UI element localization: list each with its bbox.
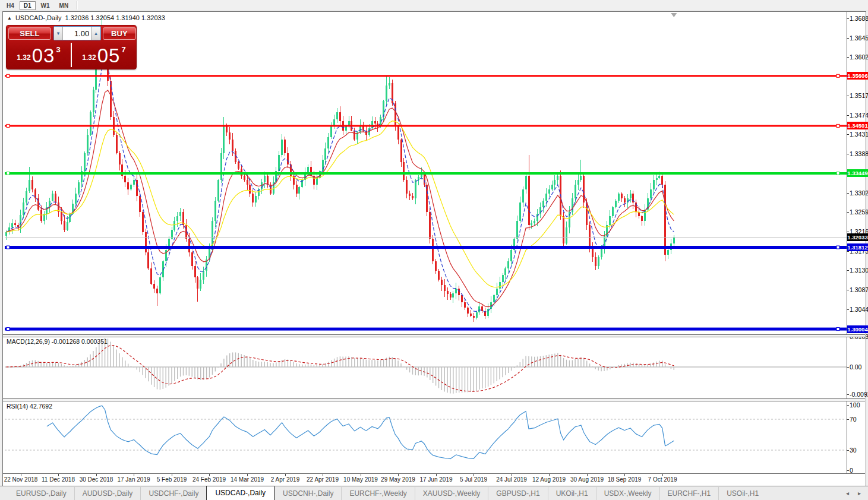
rsi-axis-label: 100 <box>850 401 860 409</box>
sell-button[interactable]: SELL <box>8 27 51 40</box>
chart-tab-usdcad-daily[interactable]: USDCAD-,Daily <box>206 486 274 500</box>
chart-tab-audusd-daily[interactable]: AUDUSD-,Daily <box>74 487 141 500</box>
chart-shift-marker-icon <box>671 13 677 17</box>
price-axis-tick <box>847 309 849 310</box>
date-axis-label: 22 Nov 2018 <box>4 476 38 483</box>
price-axis-label: 1.36450 <box>850 34 868 42</box>
price-axis-label: 1.36880 <box>850 15 868 22</box>
date-axis-label: 30 Dec 2018 <box>80 476 113 483</box>
timeframe-buttons: H4D1W1MN <box>0 0 73 11</box>
hline-price-badge: 1.33449 <box>847 169 868 177</box>
chart-ohlc-values: 1.32036 1.32054 1.31940 1.32033 <box>65 14 165 21</box>
chart-tab-bar: EURUSD-,DailyAUDUSD-,DailyUSDCHF-,DailyU… <box>0 486 868 500</box>
price-axis-label: 1.31300 <box>850 267 868 274</box>
date-axis-label: 11 Dec 2018 <box>42 476 75 483</box>
chart-info-line: ▲ USDCAD-,Daily 1.32036 1.32054 1.31940 … <box>7 14 165 21</box>
price-axis-border <box>847 12 847 473</box>
chart-tab-eurchf-h1[interactable]: EURCHF-,H1 <box>659 487 719 500</box>
date-axis-label: 12 Aug 2019 <box>532 476 566 483</box>
macd-axis-tick <box>847 367 849 368</box>
collapse-panel-icon[interactable]: ▲ <box>7 15 12 21</box>
sell-price-big-digits: 03 <box>32 48 55 64</box>
chart-symbol-label: USDCAD-,Daily <box>15 14 62 21</box>
price-axis-tick <box>847 193 849 194</box>
macd-indicator-label: MACD(12,26,9) -0.001268 0.000351 <box>7 338 108 345</box>
volume-increase-button[interactable]: ▴ <box>91 27 100 40</box>
buy-price-big-digits: 05 <box>97 48 121 64</box>
sell-price-pip-digit: 3 <box>56 45 60 54</box>
price-axis-label: 1.30870 <box>850 286 868 293</box>
rsi-axis-label: 30 <box>850 447 857 454</box>
rsi-axis-tick <box>847 470 849 471</box>
hline-price-badge: 1.30004 <box>847 325 868 333</box>
chart-tab-xauusd-weekly[interactable]: XAUUSD-,Weekly <box>415 487 488 500</box>
timeframe-button-mn[interactable]: MN <box>55 1 73 10</box>
date-axis-label: 5 Jul 2019 <box>460 476 487 483</box>
chart-tab-gbpusd-h1[interactable]: GBPUSD-,H1 <box>488 487 547 500</box>
buy-price-prefix: 1.32 <box>82 53 96 62</box>
tabs-scroll-right-icon[interactable]: ▸ <box>858 490 861 496</box>
price-axis-tick <box>847 212 849 213</box>
pane-splitter[interactable] <box>3 334 865 337</box>
date-axis-label: 18 Sep 2019 <box>608 476 642 483</box>
rsi-axis-tick <box>847 450 849 451</box>
chart-tab-ukoil-h1[interactable]: UKOil-,H1 <box>548 487 596 500</box>
chart-tab-usdcnh-daily[interactable]: USDCNH-,Daily <box>274 487 341 500</box>
rsi-axis-tick <box>847 405 849 406</box>
sell-price-prefix: 1.32 <box>17 53 30 62</box>
date-axis-label: 24 Jul 2019 <box>496 476 527 483</box>
date-axis-label: 17 Jun 2019 <box>419 476 452 483</box>
chart-tab-usdx-weekly[interactable]: USDX-,Weekly <box>596 487 659 500</box>
chart-tab-eurchf-weekly[interactable]: EURCHF-,Weekly <box>341 487 414 500</box>
toolbar-separator <box>77 1 77 10</box>
chart-tab-usdchf-daily[interactable]: USDCHF-,Daily <box>140 487 206 500</box>
price-axis-tick <box>847 134 849 135</box>
rsi-indicator-label: RSI(14) 42.7692 <box>7 403 52 410</box>
price-axis-tick <box>847 232 849 232</box>
price-axis-label: 1.33020 <box>850 189 868 197</box>
price-axis-label: 1.33880 <box>850 150 868 157</box>
price-axis-tick <box>847 57 849 58</box>
chart-tab-eurusd-daily[interactable]: EURUSD-,Daily <box>8 487 74 500</box>
sell-price-display[interactable]: 1.32033 <box>7 41 71 68</box>
pane-border <box>3 473 865 474</box>
date-axis-label: 10 May 2019 <box>343 476 378 483</box>
tabs-scroll-left-icon[interactable]: ◂ <box>846 490 849 496</box>
macd-axis-label: -0.009203 <box>850 391 868 398</box>
buy-button[interactable]: BUY <box>103 27 136 40</box>
rsi-axis-tick <box>847 419 849 420</box>
price-axis-label: 1.34310 <box>850 131 868 138</box>
timeframe-button-h4[interactable]: H4 <box>2 1 18 10</box>
price-axis-tick <box>847 270 849 271</box>
chart-tabs: EURUSD-,DailyAUDUSD-,DailyUSDCHF-,DailyU… <box>0 486 766 500</box>
timeframe-button-w1[interactable]: W1 <box>37 1 54 10</box>
hline-price-badge: 1.31812 <box>847 243 868 251</box>
price-axis-tick <box>847 18 849 19</box>
volume-decrease-button[interactable]: ▾ <box>54 27 63 40</box>
hline-price-badge: 1.35606 <box>847 72 868 80</box>
price-axis-tick <box>847 251 849 252</box>
rsi-pane-canvas[interactable] <box>3 401 847 473</box>
pane-splitter[interactable] <box>3 398 865 401</box>
volume-input[interactable] <box>63 27 91 40</box>
date-axis-label: 2 Apr 2019 <box>271 476 299 483</box>
price-axis-tick <box>847 115 849 116</box>
chart-tab-usoil-h1[interactable]: USOil-,H1 <box>718 487 766 500</box>
date-axis: 22 Nov 201811 Dec 201830 Dec 201817 Jan … <box>3 474 865 485</box>
rsi-axis-label: 70 <box>850 416 857 423</box>
buy-price-pip-digit: 7 <box>121 45 125 54</box>
date-axis-label: 29 May 2019 <box>381 476 415 483</box>
macd-pane-canvas[interactable] <box>3 336 847 398</box>
volume-stepper: ▾ ▴ <box>53 26 101 40</box>
date-axis-label: 17 Jan 2019 <box>117 476 150 483</box>
macd-axis-tick <box>847 394 849 395</box>
date-axis-label: 7 Oct 2019 <box>648 476 677 483</box>
buy-price-display[interactable]: 1.32057 <box>72 41 136 68</box>
macd-axis-label: 0.00 <box>850 363 861 371</box>
one-click-trading-panel: SELL ▾ ▴ BUY 1.32033 1.32057 <box>6 25 137 69</box>
hline-price-badge: 1.34501 <box>847 122 868 129</box>
timeframe-button-d1[interactable]: D1 <box>20 1 36 10</box>
price-axis-tick <box>847 290 849 290</box>
price-axis-label: 1.34740 <box>850 112 868 119</box>
current-price-badge: 1.32033 <box>847 233 868 241</box>
